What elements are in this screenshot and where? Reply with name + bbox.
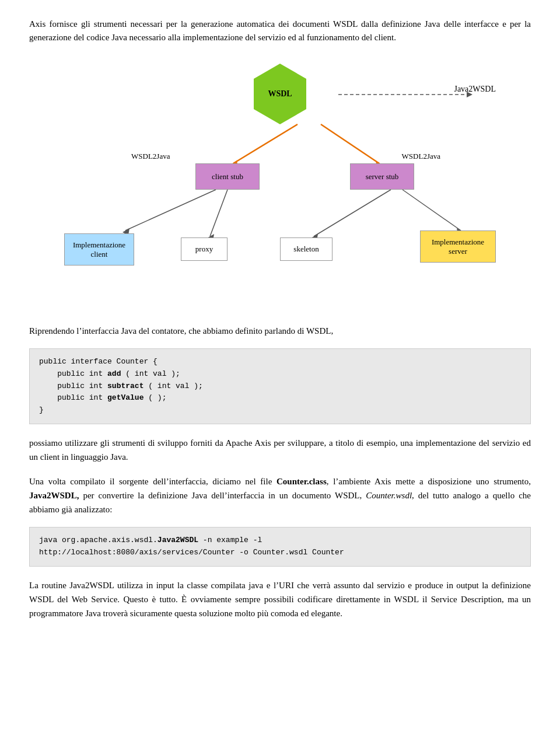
wsdl2java-left-label: WSDL2Java [131, 152, 170, 161]
section4-text: La routine Java2WSDL utilizza in input l… [29, 578, 531, 620]
code-line-2: public int add ( int val ); [39, 369, 180, 378]
code2-line1: java org.apache.axis.wsdl.Java2WSDL -n e… [39, 536, 262, 544]
section1-text: Riprendendo l’interfaccia Java del conta… [29, 324, 531, 338]
code-line-5: } [39, 406, 44, 414]
impl-server-box: Implementazioneserver [420, 230, 496, 263]
wsdl2java-right-label: WSDL2Java [402, 152, 440, 161]
svg-line-10 [314, 190, 391, 236]
section2-text: possiamo utilizzare gli strumenti di svi… [29, 436, 531, 464]
wsdl-hexagon: WSDL [254, 79, 306, 109]
code-block-1: public interface Counter { public int ad… [29, 348, 531, 424]
code2-line2: http://localhost:8080/axis/services/Coun… [39, 548, 344, 557]
svg-line-6 [210, 190, 228, 236]
svg-line-2 [233, 124, 298, 163]
code-block-2: java org.apache.axis.wsdl.Java2WSDL -n e… [29, 527, 531, 567]
code-line-4: public int getValue ( ); [39, 393, 166, 402]
section3-text: Una volta compilato il sorgente dell’int… [29, 474, 531, 516]
svg-line-8 [125, 190, 216, 230]
code-line-3: public int subtract ( int val ); [39, 382, 203, 390]
skeleton-box: skeleton [280, 237, 332, 261]
code-line-1: public interface Counter { [39, 357, 158, 366]
java2wsdl-label: Java2WSDL [454, 85, 496, 94]
svg-line-12 [402, 190, 461, 230]
diagram-container: WSDL Java2WSDL WSDL2Java WSDL2Java clien… [29, 61, 531, 306]
server-stub-box: server stub [350, 163, 414, 190]
client-stub-box: client stub [195, 163, 260, 190]
impl-client-box: Implementazioneclient [64, 233, 134, 266]
intro-paragraph: Axis fornisce gli strumenti necessari pe… [29, 18, 531, 44]
svg-line-4 [321, 124, 379, 163]
proxy-box: proxy [181, 237, 228, 261]
